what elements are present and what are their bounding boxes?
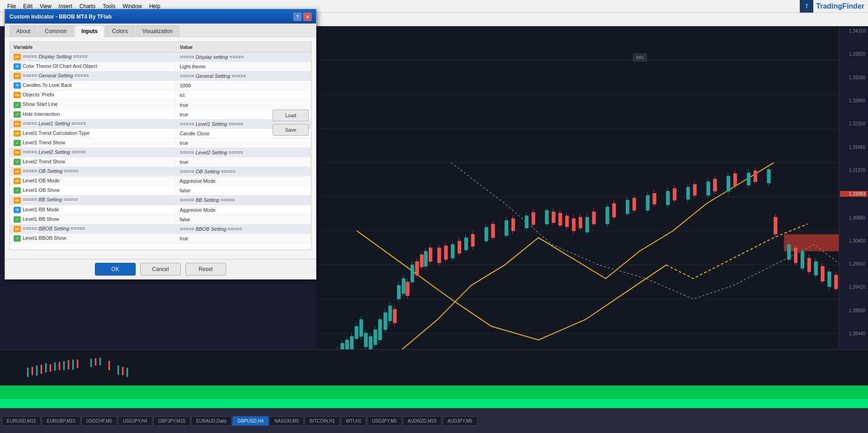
- inputs-table: Variable Value ab===== Display Setting =…: [10, 42, 311, 243]
- svg-rect-117: [572, 219, 575, 231]
- table-row[interactable]: ⤢Level1 BB Showfalse: [10, 214, 311, 224]
- side-buttons: Load Save: [273, 109, 309, 136]
- svg-rect-25: [359, 319, 363, 337]
- symbol-tab-bitcoin-h1[interactable]: BITCOIN,H1: [305, 416, 340, 426]
- table-row[interactable]: ⤢Show Start Linetrue: [10, 100, 311, 109]
- symbol-tab-usdjpy-m5[interactable]: USDJPY,M5: [367, 416, 402, 426]
- table-row[interactable]: abObjects' Prefixict: [10, 90, 311, 100]
- tab-visualization[interactable]: Visualization: [136, 25, 179, 37]
- row-value[interactable]: true: [176, 100, 311, 109]
- row-value[interactable]: 1000: [176, 81, 311, 90]
- reset-button[interactable]: Reset: [185, 263, 226, 276]
- row-variable: ⤢Level2 Trend Show: [10, 157, 176, 167]
- svg-rect-27: [364, 333, 368, 347]
- row-value[interactable]: ===== Display setting =====: [176, 52, 311, 62]
- row-variable: abObjects' Prefix: [10, 90, 176, 100]
- svg-rect-71: [707, 182, 710, 195]
- row-variable: ab===== General Setting =====: [10, 71, 176, 81]
- table-row[interactable]: ab===== BBOB Setting ========== BBOB Set…: [10, 224, 311, 233]
- dialog-help-button[interactable]: ?: [293, 13, 302, 21]
- row-value[interactable]: Aggresive Mode: [176, 176, 311, 186]
- svg-rect-152: [45, 363, 47, 372]
- row-value[interactable]: true: [176, 233, 311, 243]
- table-row[interactable]: ab===== OB Setting ========== OB Setting…: [10, 167, 311, 176]
- ok-button[interactable]: OK: [95, 263, 136, 276]
- tab-colors[interactable]: Colors: [105, 25, 135, 37]
- table-row[interactable]: ⊞Level1 BB ModeAggresive Mode: [10, 205, 311, 214]
- row-value[interactable]: ===== BBOB Setting =====: [176, 224, 311, 233]
- svg-rect-162: [50, 364, 51, 371]
- symbol-tab-gbpusd-h4[interactable]: GBPUSD,H4: [232, 416, 269, 426]
- dialog-close-button[interactable]: ✕: [303, 13, 311, 21]
- svg-rect-63: [626, 200, 629, 214]
- table-row[interactable]: ab===== Display Setting ========== Displ…: [10, 52, 311, 62]
- tab-about[interactable]: About: [9, 25, 37, 37]
- row-value[interactable]: ===== General Setting =====: [176, 71, 311, 81]
- svg-rect-49: [464, 238, 467, 250]
- symbol-tab-audnzd-m15[interactable]: AUDNZD,M15: [403, 416, 442, 426]
- green-bar-inner: [0, 399, 868, 408]
- symbol-tab-eurusd-m15[interactable]: EURUSD,M15: [2, 416, 41, 426]
- row-value[interactable]: ===== BB Setting =====: [176, 195, 311, 205]
- svg-rect-87: [393, 309, 396, 323]
- svg-rect-45: [424, 251, 427, 266]
- svg-rect-47: [451, 244, 454, 258]
- row-value[interactable]: ===== Level2 Setting =====: [176, 148, 311, 157]
- inputs-table-container[interactable]: Variable Value ab===== Display Setting =…: [9, 42, 311, 250]
- table-row[interactable]: ⤢Level1 Trend Showtrue: [10, 138, 311, 148]
- svg-rect-91: [415, 262, 419, 275]
- tab-common[interactable]: Common: [38, 25, 74, 37]
- row-value[interactable]: ===== OB Setting =====: [176, 167, 311, 176]
- cancel-button[interactable]: Cancel: [140, 263, 181, 276]
- save-button[interactable]: Save: [273, 124, 309, 136]
- symbol-tab-gbpjpy-m15[interactable]: GBPJPY,M15: [153, 416, 190, 426]
- svg-rect-41: [402, 279, 405, 294]
- svg-rect-23: [355, 326, 358, 338]
- table-row[interactable]: abLevel1 Trend Calculation TypeCandle Cl…: [10, 128, 311, 138]
- table-row[interactable]: ⤢Level1 OB Showfalse: [10, 186, 311, 195]
- symbol-tab-audjpy-m5[interactable]: AUDJPY,M5: [443, 416, 477, 426]
- table-row[interactable]: ⤢Hide Intersectiontrue: [10, 109, 311, 119]
- svg-rect-61: [606, 207, 609, 224]
- svg-rect-35: [384, 313, 387, 330]
- svg-rect-53: [505, 221, 508, 236]
- symbol-tab-eurgbp-m15[interactable]: EURGBP,M15: [42, 416, 80, 426]
- table-row[interactable]: ⊞Color Theme Of Chart And ObjectLight th…: [10, 62, 311, 71]
- price-1.34310: 1.34310: [840, 29, 867, 33]
- price-current: 1.31093: [840, 191, 867, 197]
- symbol-tab-usdjpy-h4[interactable]: USDJPY,H4: [118, 416, 152, 426]
- table-row[interactable]: abLevel1 OB ModeAggresive Mode: [10, 176, 311, 186]
- green-indicator-bars: [0, 385, 868, 408]
- row-value[interactable]: Aggresive Mode: [176, 205, 311, 214]
- table-row[interactable]: ⊞Candles To Look Back1000: [10, 81, 311, 90]
- table-row[interactable]: ab===== Level2 Setting ========== Level2…: [10, 148, 311, 157]
- symbol-tab-usdchf-m5[interactable]: USDCHF,M5: [81, 416, 117, 426]
- row-value[interactable]: ict: [176, 90, 311, 100]
- custom-indicator-dialog: Custom Indicator - BBOB MT4 By TFlab ? ✕…: [5, 9, 316, 280]
- row-value[interactable]: Light theme: [176, 62, 311, 71]
- symbol-tab-euraud-daily[interactable]: EURAUD,Daily: [191, 416, 231, 426]
- row-variable: abLevel1 OB Mode: [10, 176, 176, 186]
- table-row[interactable]: ⤢Level1 BBOB Showtrue: [10, 233, 311, 243]
- svg-rect-65: [646, 195, 649, 210]
- row-value[interactable]: false: [176, 186, 311, 195]
- svg-rect-93: [420, 255, 423, 267]
- row-variable: ⤢Level1 OB Show: [10, 186, 176, 195]
- symbol-tab-nas100-m5[interactable]: NAS100,M5: [269, 416, 304, 426]
- table-row[interactable]: ab===== Level1 Setting ========== Level1…: [10, 119, 311, 128]
- row-variable: ⤢Level1 Trend Show: [10, 138, 176, 148]
- table-row[interactable]: ab===== General Setting ========== Gener…: [10, 71, 311, 81]
- svg-rect-109: [532, 212, 535, 224]
- row-value[interactable]: true: [176, 157, 311, 167]
- svg-rect-158: [118, 366, 119, 375]
- row-value[interactable]: false: [176, 214, 311, 224]
- svg-rect-129: [673, 189, 676, 200]
- row-value[interactable]: true: [176, 138, 311, 148]
- table-row[interactable]: ab===== BB Setting ========== BB Setting…: [10, 195, 311, 205]
- load-button[interactable]: Load: [273, 109, 309, 121]
- table-row[interactable]: ⤢Level2 Trend Showtrue: [10, 157, 311, 167]
- symbol-tab-wti-h1[interactable]: WTI,H1: [341, 416, 366, 426]
- tab-inputs[interactable]: Inputs: [75, 25, 104, 37]
- dialog-inputs-content: Variable Value ab===== Display Setting =…: [5, 37, 316, 259]
- col-value: Value: [176, 42, 311, 52]
